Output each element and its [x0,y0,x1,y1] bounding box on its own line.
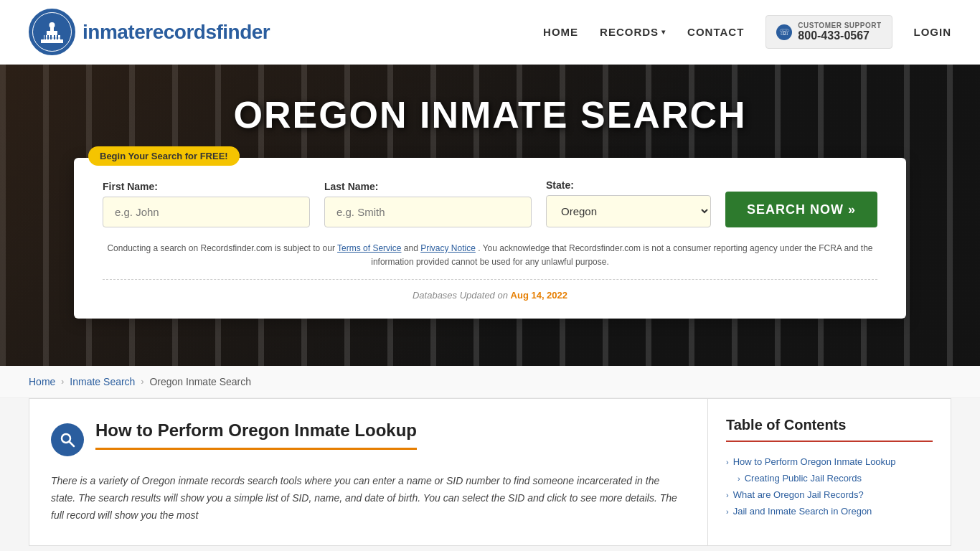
toc-item-2[interactable]: › Creating Public Jail Records [726,470,933,486]
db-updated-date: Aug 14, 2022 [511,290,568,301]
logo-icon [29,9,75,55]
svg-line-13 [70,442,75,447]
nav-home[interactable]: HOME [543,26,578,38]
main-content: How to Perform Oregon Inmate Lookup Ther… [0,398,980,551]
toc-sidebar: Table of Contents › How to Perform Orego… [707,398,951,546]
first-name-input[interactable] [103,197,310,227]
svg-rect-8 [50,35,52,39]
content-body: There is a variety of Oregon inmate reco… [51,473,686,524]
support-label: CUSTOMER SUPPORT [798,22,881,29]
breadcrumb-sep-1: › [61,377,64,387]
svg-rect-6 [44,35,46,39]
disclaimer-text: Conducting a search on Recordsfinder.com… [103,242,877,269]
chevron-right-icon-2: › [738,474,740,483]
chevron-right-icon-3: › [726,491,729,499]
svg-rect-3 [47,31,57,36]
search-fields: First Name: Last Name: State: Oregon Ala… [103,179,877,227]
breadcrumb-sep-2: › [141,377,143,387]
chevron-down-icon: ▾ [661,28,666,36]
toc-title: Table of Contents [726,417,933,442]
content-search-icon [51,423,84,456]
content-heading: How to Perform Oregon Inmate Lookup [95,420,417,450]
terms-of-service-link[interactable]: Terms of Service [337,243,401,253]
svg-rect-9 [54,35,55,39]
state-label: State: [546,179,711,191]
nav-contact[interactable]: CONTACT [687,26,744,38]
toc-item-3[interactable]: › What are Oregon Jail Records? [726,486,933,503]
svg-point-5 [50,22,55,28]
customer-support-button[interactable]: ☏ CUSTOMER SUPPORT 800-433-0567 [765,15,892,49]
content-heading-row: How to Perform Oregon Inmate Lookup [51,420,686,461]
privacy-notice-link[interactable]: Privacy Notice [420,243,476,253]
site-header: inmaterecordsfinder HOME RECORDS ▾ CONTA… [0,0,980,65]
db-updated: Databases Updated on Aug 14, 2022 [103,279,877,301]
search-card: Begin Your Search for FREE! First Name: … [74,158,906,319]
chevron-right-icon-4: › [726,507,729,516]
breadcrumb-home[interactable]: Home [29,376,55,387]
support-phone: 800-433-0567 [798,29,870,42]
nav-records[interactable]: RECORDS ▾ [600,26,666,38]
last-name-group: Last Name: [324,181,532,227]
nav-login[interactable]: LOGIN [914,26,952,38]
breadcrumb-current: Oregon Inmate Search [149,376,251,387]
state-group: State: Oregon Alabama Alaska Arizona Cal… [546,179,711,227]
svg-rect-7 [47,35,49,39]
last-name-input[interactable] [324,197,532,227]
first-name-group: First Name: [103,181,310,227]
begin-badge: Begin Your Search for FREE! [88,146,240,166]
state-select[interactable]: Oregon Alabama Alaska Arizona California… [546,195,711,227]
logo-text: inmaterecordsfinder [83,21,270,44]
content-area: How to Perform Oregon Inmate Lookup Ther… [29,398,707,546]
first-name-label: First Name: [103,181,310,192]
breadcrumb: Home › Inmate Search › Oregon Inmate Sea… [0,366,980,398]
toc-item-1[interactable]: › How to Perform Oregon Inmate Lookup [726,453,933,470]
phone-icon: ☏ [776,24,792,40]
breadcrumb-inmate-search[interactable]: Inmate Search [70,376,135,387]
logo-area[interactable]: inmaterecordsfinder [29,9,270,55]
hero-title: OREGON INMATE SEARCH [233,93,746,136]
svg-rect-10 [57,35,58,39]
last-name-label: Last Name: [324,181,532,192]
search-button[interactable]: SEARCH NOW » [725,192,877,227]
toc-list: › How to Perform Oregon Inmate Lookup › … [726,453,933,519]
chevron-right-icon-1: › [726,458,729,466]
toc-item-4[interactable]: › Jail and Inmate Search in Oregon [726,503,933,519]
hero-section: OREGON INMATE SEARCH Begin Your Search f… [0,65,980,366]
main-nav: HOME RECORDS ▾ CONTACT ☏ CUSTOMER SUPPOR… [543,15,951,49]
